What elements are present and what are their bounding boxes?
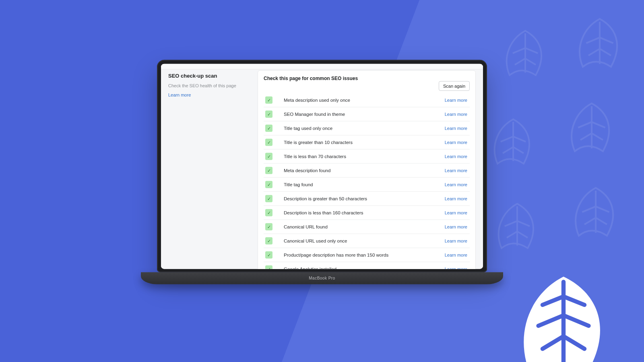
check-pass-icon: ✓ bbox=[265, 209, 272, 216]
scan-result-learn-more-link[interactable]: Learn more bbox=[445, 168, 470, 173]
check-pass-icon: ✓ bbox=[265, 195, 272, 202]
sidebar-learn-more-link[interactable]: Learn more bbox=[168, 93, 191, 97]
scan-result-label: Product/page description has more than 1… bbox=[278, 253, 439, 257]
check-pass-icon: ✓ bbox=[265, 167, 272, 174]
scan-result-row: ✓Google Analytics installedLearn more bbox=[264, 262, 470, 269]
check-pass-icon: ✓ bbox=[265, 181, 272, 188]
card-title: Check this page for common SEO issues bbox=[264, 75, 358, 81]
scan-result-learn-more-link[interactable]: Learn more bbox=[445, 98, 470, 103]
scan-result-label: Description is less than 160 characters bbox=[278, 210, 439, 215]
scan-result-learn-more-link[interactable]: Learn more bbox=[445, 182, 470, 187]
scan-results-list: ✓Meta description used only onceLearn mo… bbox=[264, 93, 470, 269]
scan-result-label: Meta description found bbox=[278, 168, 439, 173]
brand-leaf-icon bbox=[511, 274, 616, 362]
scan-result-learn-more-link[interactable]: Learn more bbox=[445, 239, 470, 243]
scan-result-learn-more-link[interactable]: Learn more bbox=[445, 210, 470, 215]
check-pass-icon: ✓ bbox=[265, 125, 272, 132]
scan-result-label: SEO Manager found in theme bbox=[278, 112, 439, 117]
scan-result-learn-more-link[interactable]: Learn more bbox=[445, 196, 470, 201]
scan-result-label: Google Analytics installed bbox=[278, 267, 439, 269]
scan-result-row: ✓Title tag foundLearn more bbox=[264, 178, 470, 192]
scan-result-learn-more-link[interactable]: Learn more bbox=[445, 140, 470, 145]
laptop-mockup: SEO check-up scan Check the SEO health o… bbox=[141, 60, 503, 284]
check-pass-icon: ✓ bbox=[265, 111, 272, 118]
seo-app: SEO check-up scan Check the SEO health o… bbox=[161, 64, 483, 269]
scan-result-learn-more-link[interactable]: Learn more bbox=[445, 126, 470, 131]
scan-result-row: ✓Canonical URL used only onceLearn more bbox=[264, 234, 470, 248]
check-pass-icon: ✓ bbox=[265, 153, 272, 160]
scan-result-row: ✓Description is less than 160 characters… bbox=[264, 206, 470, 220]
device-label: MacBook Pro bbox=[309, 276, 335, 280]
app-header-strip bbox=[161, 64, 483, 70]
scan-result-label: Description is greater than 50 character… bbox=[278, 196, 439, 201]
scan-result-learn-more-link[interactable]: Learn more bbox=[445, 253, 470, 257]
check-pass-icon: ✓ bbox=[265, 97, 272, 104]
scan-result-row: ✓Title is less than 70 charactersLearn m… bbox=[264, 150, 470, 164]
check-pass-icon: ✓ bbox=[265, 139, 272, 146]
check-pass-icon: ✓ bbox=[265, 223, 272, 230]
check-pass-icon: ✓ bbox=[265, 265, 272, 269]
page-title: SEO check-up scan bbox=[168, 73, 249, 79]
scan-result-row: ✓Meta description foundLearn more bbox=[264, 164, 470, 178]
scan-result-row: ✓Title tag used only onceLearn more bbox=[264, 121, 470, 136]
scan-result-learn-more-link[interactable]: Learn more bbox=[445, 267, 470, 269]
scan-result-label: Title tag found bbox=[278, 182, 439, 187]
check-pass-icon: ✓ bbox=[265, 237, 272, 245]
scan-result-row: ✓SEO Manager found in themeLearn more bbox=[264, 107, 470, 121]
scan-result-row: ✓Title is greater than 10 charactersLear… bbox=[264, 136, 470, 150]
scan-again-button[interactable]: Scan again bbox=[439, 81, 470, 91]
scan-result-label: Title tag used only once bbox=[278, 126, 439, 131]
scan-result-label: Title is greater than 10 characters bbox=[278, 140, 439, 145]
scan-results-card: Check this page for common SEO issues Sc… bbox=[258, 70, 476, 269]
scan-result-row: ✓Description is greater than 50 characte… bbox=[264, 192, 470, 206]
scan-result-learn-more-link[interactable]: Learn more bbox=[445, 112, 470, 117]
scan-result-learn-more-link[interactable]: Learn more bbox=[445, 154, 470, 159]
scan-result-row: ✓Product/page description has more than … bbox=[264, 248, 470, 262]
scan-result-label: Canonical URL used only once bbox=[278, 239, 439, 243]
scan-result-label: Canonical URL found bbox=[278, 224, 439, 229]
scan-result-learn-more-link[interactable]: Learn more bbox=[445, 224, 470, 229]
page-subtitle: Check the SEO health of this page bbox=[168, 83, 249, 89]
scan-result-label: Title is less than 70 characters bbox=[278, 154, 439, 159]
scan-result-row: ✓Meta description used only onceLearn mo… bbox=[264, 93, 470, 107]
marketing-stage: SEO check-up scan Check the SEO health o… bbox=[0, 0, 644, 362]
scan-result-row: ✓Canonical URL foundLearn more bbox=[264, 220, 470, 234]
scan-result-label: Meta description used only once bbox=[278, 98, 439, 103]
sidebar: SEO check-up scan Check the SEO health o… bbox=[168, 70, 249, 269]
check-pass-icon: ✓ bbox=[265, 251, 272, 259]
laptop-chin: MacBook Pro bbox=[141, 272, 503, 284]
